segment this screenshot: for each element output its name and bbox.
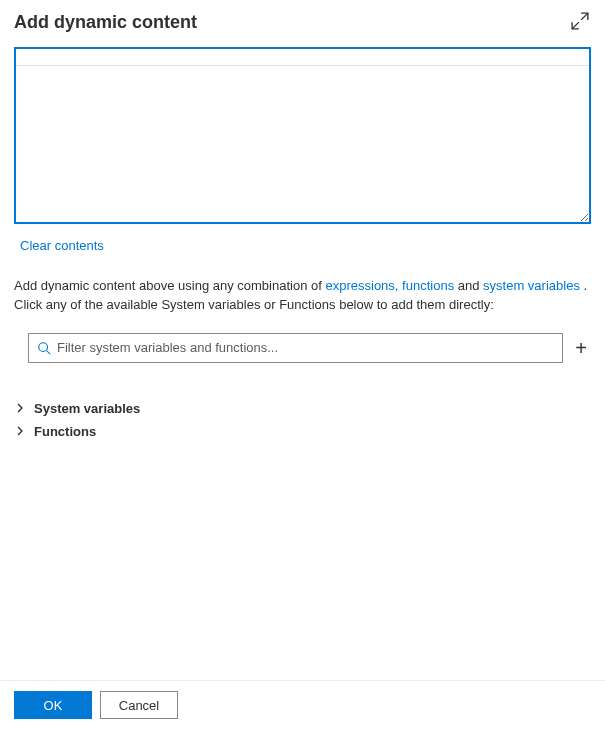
- tree-item-system-variables[interactable]: System variables: [14, 397, 591, 420]
- help-text-prefix: Add dynamic content above using any comb…: [14, 278, 325, 293]
- search-icon: [37, 341, 51, 355]
- dialog-title: Add dynamic content: [14, 12, 197, 33]
- tree-label: Functions: [34, 424, 96, 439]
- content-editor-wrapper: [14, 47, 591, 224]
- dialog-footer: OK Cancel: [0, 680, 605, 729]
- expressions-link[interactable]: expressions,: [325, 278, 398, 293]
- functions-link[interactable]: functions: [402, 278, 454, 293]
- content-editor[interactable]: [16, 66, 589, 222]
- tree-label: System variables: [34, 401, 140, 416]
- cancel-button[interactable]: Cancel: [100, 691, 178, 719]
- svg-line-1: [47, 350, 51, 354]
- svg-point-0: [39, 342, 48, 351]
- tree-item-functions[interactable]: Functions: [14, 420, 591, 443]
- expand-icon[interactable]: [569, 10, 591, 35]
- clear-contents-link[interactable]: Clear contents: [20, 238, 104, 253]
- ok-button[interactable]: OK: [14, 691, 92, 719]
- help-text-mid: and: [458, 278, 483, 293]
- help-text: Add dynamic content above using any comb…: [14, 277, 591, 315]
- plus-icon: +: [575, 337, 587, 359]
- system-variables-link[interactable]: system variables: [483, 278, 580, 293]
- chevron-right-icon: [14, 425, 26, 437]
- filter-box[interactable]: [28, 333, 563, 363]
- chevron-right-icon: [14, 402, 26, 414]
- add-button[interactable]: +: [571, 338, 591, 358]
- filter-input[interactable]: [57, 340, 554, 355]
